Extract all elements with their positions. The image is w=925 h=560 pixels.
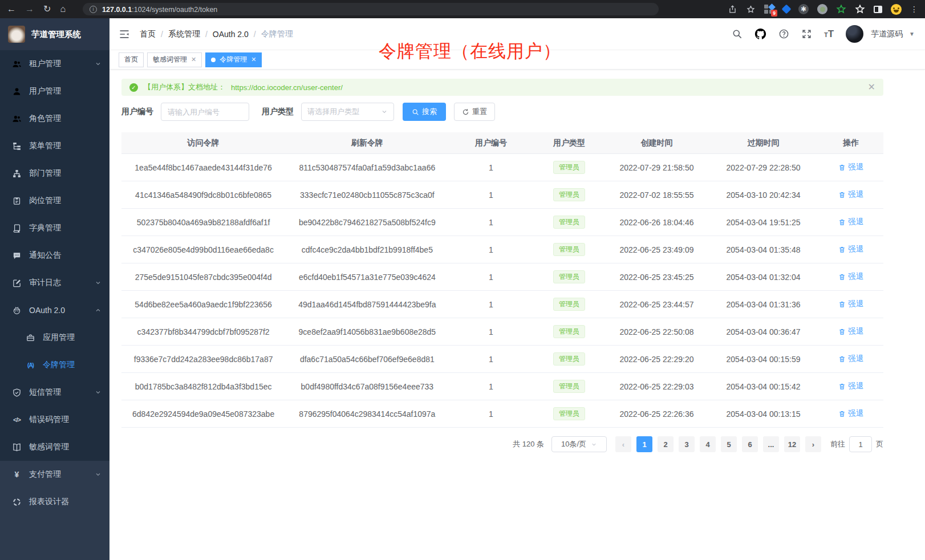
- back-icon[interactable]: ←: [7, 5, 16, 14]
- sidebar-item-errcode[interactable]: </> 错误码管理: [0, 406, 109, 433]
- force-logout-link[interactable]: 强退: [838, 326, 863, 336]
- page-button-12[interactable]: 12: [784, 436, 800, 452]
- sidebar-item-report[interactable]: 报表设计器: [0, 488, 109, 516]
- sidebar-item-oauth-token[interactable]: (A) 令牌管理: [0, 351, 109, 379]
- extension-grid-icon[interactable]: 9: [764, 4, 774, 14]
- force-logout-link[interactable]: 强退: [838, 189, 863, 200]
- side-panel-icon[interactable]: [874, 6, 882, 13]
- sidebar-item-dept[interactable]: 部门管理: [0, 160, 109, 187]
- sidebar-item-oauth-app[interactable]: 应用管理: [0, 324, 109, 351]
- page-button-4[interactable]: 4: [700, 436, 716, 452]
- fullscreen-icon[interactable]: [801, 29, 812, 39]
- caret-down-icon[interactable]: ▼: [909, 31, 915, 37]
- sidebar-item-oauth[interactable]: OAuth 2.0: [0, 297, 109, 324]
- page-button-2[interactable]: 2: [658, 436, 674, 452]
- site-info-icon[interactable]: i: [90, 6, 97, 13]
- force-logout-link[interactable]: 强退: [838, 299, 863, 309]
- alert-text: 【用户体系】文档地址：: [144, 82, 225, 92]
- tab-home[interactable]: 首页: [119, 52, 144, 67]
- github-icon[interactable]: [754, 28, 766, 40]
- sidebar-item-tenant[interactable]: 租户管理: [0, 50, 109, 78]
- prev-page-button[interactable]: ‹: [615, 436, 631, 452]
- trash-icon: [838, 273, 846, 281]
- share-icon[interactable]: [728, 5, 737, 14]
- user-id: 1: [449, 327, 533, 336]
- sidebar-item-notice[interactable]: 通知公告: [0, 242, 109, 269]
- page-button-1[interactable]: 1: [636, 436, 652, 452]
- force-logout-link[interactable]: 强退: [838, 271, 863, 282]
- sidebar-item-post[interactable]: 岗位管理: [0, 187, 109, 214]
- expire-time: 2054-03-04 00:13:15: [708, 409, 819, 419]
- recorder-extension-icon[interactable]: [817, 4, 827, 14]
- sidebar-item-audit[interactable]: 审计日志: [0, 269, 109, 297]
- sidebar-item-pay[interactable]: ¥ 支付管理: [0, 461, 109, 488]
- reset-button[interactable]: 重置: [454, 103, 495, 121]
- force-logout-link[interactable]: 强退: [838, 381, 863, 391]
- user-id: 1: [449, 382, 533, 391]
- forward-icon[interactable]: →: [25, 5, 34, 14]
- magnifier-icon: [412, 108, 419, 116]
- question-icon[interactable]: [778, 29, 789, 39]
- app-logo[interactable]: 芋道管理系统: [0, 18, 109, 50]
- robot-face-icon: [12, 306, 22, 315]
- reload-icon[interactable]: ↻: [43, 5, 51, 14]
- table-row: 502375b8040a469a9b82188afdf6af1f be90422…: [121, 209, 883, 236]
- white-star-extension-icon[interactable]: [855, 4, 865, 14]
- search-button[interactable]: 搜索: [403, 103, 446, 121]
- breadcrumb-home[interactable]: 首页: [140, 29, 156, 39]
- user-id-input[interactable]: [161, 103, 249, 121]
- green-star-extension-icon[interactable]: [836, 4, 846, 14]
- bookmark-star-icon[interactable]: [746, 5, 756, 14]
- page-ellipsis-button[interactable]: ...: [763, 436, 779, 452]
- create-time: 2022-06-25 23:45:25: [605, 273, 708, 282]
- user-type-select[interactable]: 请选择用户类型: [301, 103, 394, 121]
- sidebar-item-dict[interactable]: 字典管理: [0, 214, 109, 242]
- force-logout-link[interactable]: 强退: [838, 217, 863, 227]
- alert-doc-link[interactable]: https://doc.iocoder.cn/user-center/: [231, 83, 343, 92]
- force-logout-link[interactable]: 强退: [838, 354, 863, 364]
- page-size-select[interactable]: 10条/页: [551, 436, 607, 452]
- sidebar-collapse-icon[interactable]: [119, 29, 130, 40]
- profile-avatar-icon[interactable]: [891, 4, 902, 15]
- user-type-badge: 管理员: [553, 352, 585, 365]
- breadcrumb-oauth[interactable]: OAuth 2.0: [213, 30, 249, 39]
- tab-label: 令牌管理: [220, 55, 247, 64]
- close-icon[interactable]: ✕: [251, 56, 256, 63]
- sidebar-item-user[interactable]: 用户管理: [0, 78, 109, 105]
- gem-extension-icon[interactable]: [782, 5, 792, 14]
- table-row: b0d1785bc3a8482f812db4a3f3bd15ec b0df498…: [121, 373, 883, 400]
- refresh-token: cdfc4ce9c2da4bb1bdf21b9918ff4be5: [285, 245, 449, 254]
- create-time: 2022-06-25 23:44:57: [605, 300, 708, 309]
- close-icon[interactable]: ✕: [868, 83, 875, 92]
- command-extension-icon[interactable]: ✱: [798, 4, 809, 14]
- font-size-icon[interactable]: TT: [824, 29, 834, 39]
- force-logout-link[interactable]: 强退: [838, 408, 863, 419]
- url-bar[interactable]: i 127.0.0.1:1024/system/oauth2/token: [83, 3, 659, 15]
- briefcase-icon: [26, 333, 35, 343]
- breadcrumb-system[interactable]: 系统管理: [168, 29, 200, 39]
- page-button-3[interactable]: 3: [679, 436, 695, 452]
- next-page-button[interactable]: ›: [805, 436, 821, 452]
- trash-icon: [838, 301, 846, 308]
- tab-token-management[interactable]: 令牌管理 ✕: [205, 52, 262, 67]
- access-token: 6d842e2924594de9a09e45e087323abe: [121, 409, 285, 419]
- close-icon[interactable]: ✕: [191, 56, 196, 63]
- page: ← → ↻ ⌂ i 127.0.0.1:1024/system/oauth2/t…: [0, 0, 925, 560]
- page-button-5[interactable]: 5: [721, 436, 737, 452]
- home-icon[interactable]: ⌂: [60, 5, 66, 14]
- refresh-token: 49d1aa46d1454fbd87591444423be9fa: [285, 300, 449, 309]
- goto-page-input[interactable]: [849, 436, 872, 452]
- browser-menu-icon[interactable]: ⋮: [910, 5, 918, 14]
- sidebar-item-sensitive[interactable]: 敏感词管理: [0, 433, 109, 461]
- user-avatar[interactable]: [846, 25, 863, 43]
- force-logout-link[interactable]: 强退: [838, 244, 863, 254]
- page-button-6[interactable]: 6: [742, 436, 758, 452]
- col-user-id: 用户编号: [449, 138, 533, 148]
- sidebar-item-menu[interactable]: 菜单管理: [0, 132, 109, 160]
- username[interactable]: 芋道源码: [871, 29, 903, 39]
- tab-sensitive-words[interactable]: 敏感词管理 ✕: [147, 52, 202, 67]
- force-logout-link[interactable]: 强退: [838, 162, 863, 172]
- sidebar-item-sms[interactable]: 短信管理: [0, 379, 109, 406]
- search-icon[interactable]: [732, 29, 743, 39]
- sidebar-item-role[interactable]: 角色管理: [0, 105, 109, 132]
